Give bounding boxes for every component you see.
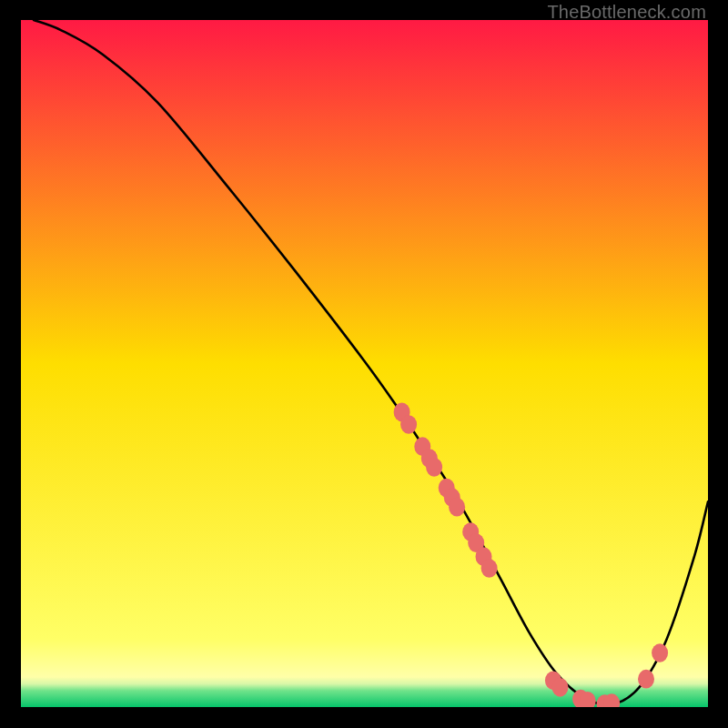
scatter-point xyxy=(400,415,417,434)
scatter-point xyxy=(638,670,654,689)
scatter-point xyxy=(481,559,498,578)
scatter-point xyxy=(426,458,442,477)
chart-svg xyxy=(20,20,708,708)
scatter-point xyxy=(552,678,569,697)
chart-background xyxy=(20,20,708,708)
chart-plot-area xyxy=(20,20,708,708)
scatter-point xyxy=(652,643,668,662)
scatter-point xyxy=(449,498,465,517)
